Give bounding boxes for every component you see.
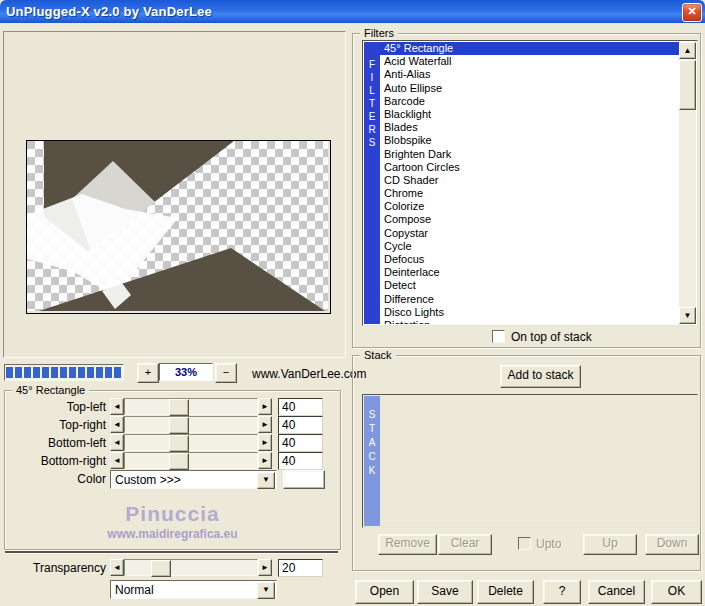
filter-item[interactable]: Acid Waterfall: [380, 55, 679, 68]
filter-item[interactable]: Compose: [380, 213, 679, 226]
color-dropdown[interactable]: Custom >>> ▼: [110, 470, 277, 489]
filter-item[interactable]: Detect: [380, 279, 679, 292]
color-dropdown-value: Custom >>>: [115, 473, 181, 487]
slider-left-arrow-icon[interactable]: ◄: [110, 416, 124, 433]
progress-segment: [114, 367, 121, 378]
corner-bottom-left-thumb[interactable]: [169, 435, 189, 452]
progress-segment: [33, 367, 40, 378]
filter-item[interactable]: 45° Rectangle: [380, 42, 679, 55]
corner-bottom-right-track[interactable]: [124, 452, 258, 469]
remove-button: Remove: [378, 534, 437, 555]
delete-button[interactable]: Delete: [477, 580, 534, 604]
close-button[interactable]: ✕: [682, 3, 702, 22]
corner-bottom-left-row: Bottom-left◄►40: [0, 434, 345, 452]
chevron-down-icon[interactable]: ▼: [257, 472, 275, 489]
filter-item[interactable]: Difference: [380, 293, 679, 306]
zoom-in-button[interactable]: +: [137, 363, 159, 383]
transparency-track[interactable]: [124, 559, 258, 576]
filter-item[interactable]: Deinterlace: [380, 266, 679, 279]
preview-image[interactable]: [26, 140, 331, 314]
ribbon-letter: F: [369, 58, 375, 71]
corner-top-left-track[interactable]: [124, 398, 258, 415]
cancel-button[interactable]: Cancel: [588, 580, 645, 604]
scroll-up-icon[interactable]: ▲: [679, 42, 696, 59]
down-button: Down: [645, 534, 699, 555]
chevron-down-icon[interactable]: ▼: [257, 582, 275, 599]
add-to-stack-button[interactable]: Add to stack: [500, 365, 581, 388]
filter-item[interactable]: Anti-Alias: [380, 68, 679, 81]
ribbon-letter: L: [369, 84, 375, 97]
filter-item[interactable]: Cycle: [380, 240, 679, 253]
scroll-down-icon[interactable]: ▼: [679, 307, 696, 324]
corner-top-left-thumb[interactable]: [169, 399, 189, 416]
filter-item[interactable]: Distortion: [380, 319, 679, 324]
transparency-slider[interactable]: ◄►: [110, 559, 272, 576]
progress-segment: [24, 367, 31, 378]
corner-top-left-label: Top-left: [0, 400, 106, 414]
slider-right-arrow-icon[interactable]: ►: [258, 434, 272, 451]
filter-item[interactable]: Colorize: [380, 200, 679, 213]
corner-bottom-right-slider[interactable]: ◄►: [110, 452, 272, 469]
corner-bottom-right-row: Bottom-right◄►40: [0, 452, 345, 470]
slider-right-arrow-icon[interactable]: ►: [258, 416, 272, 433]
up-button: Up: [583, 534, 637, 555]
corner-bottom-left-track[interactable]: [124, 434, 258, 451]
corner-top-right-slider[interactable]: ◄►: [110, 416, 272, 433]
separator-line: [5, 551, 338, 554]
corner-bottom-right-value-field[interactable]: 40: [278, 452, 323, 470]
open-button[interactable]: Open: [355, 580, 414, 604]
corner-top-right-value-field[interactable]: 40: [278, 416, 323, 434]
slider-left-arrow-icon[interactable]: ◄: [110, 559, 124, 576]
on-top-of-stack-checkbox[interactable]: [492, 330, 505, 343]
filter-item[interactable]: Blacklight: [380, 108, 679, 121]
corner-top-left-row: Top-left◄►40: [0, 398, 345, 416]
corner-top-right-thumb[interactable]: [169, 417, 189, 434]
filter-item[interactable]: Barcode: [380, 95, 679, 108]
transparency-value-field[interactable]: 20: [278, 559, 323, 577]
filters-scrollbar[interactable]: ▲ ▼: [679, 42, 696, 324]
help-button[interactable]: ?: [543, 580, 581, 604]
corner-bottom-left-slider[interactable]: ◄►: [110, 434, 272, 451]
filter-item[interactable]: Blades: [380, 121, 679, 134]
filter-item[interactable]: Cartoon Circles: [380, 161, 679, 174]
blend-mode-dropdown[interactable]: Normal ▼: [110, 580, 277, 599]
scrollbar-thumb[interactable]: [679, 60, 696, 110]
progress-segment: [69, 367, 76, 378]
ok-button[interactable]: OK: [651, 580, 702, 604]
filter-item[interactable]: Blobspike: [380, 134, 679, 147]
filter-item[interactable]: Disco Lights: [380, 306, 679, 319]
title-bar[interactable]: UnPlugged-X v2.0 by VanDerLee ✕: [0, 0, 705, 23]
corner-bottom-left-label: Bottom-left: [0, 436, 106, 450]
slider-right-arrow-icon[interactable]: ►: [258, 398, 272, 415]
slider-right-arrow-icon[interactable]: ►: [258, 559, 272, 576]
filters-group-title: Filters: [360, 27, 398, 39]
filter-item[interactable]: Defocus: [380, 253, 679, 266]
slider-left-arrow-icon[interactable]: ◄: [110, 434, 124, 451]
corner-top-left-slider[interactable]: ◄►: [110, 398, 272, 415]
slider-left-arrow-icon[interactable]: ◄: [110, 398, 124, 415]
filter-item[interactable]: CD Shader: [380, 174, 679, 187]
corner-bottom-left-value-field[interactable]: 40: [278, 434, 323, 452]
stack-group-title: Stack: [360, 349, 396, 361]
slider-right-arrow-icon[interactable]: ►: [258, 452, 272, 469]
save-button[interactable]: Save: [417, 580, 473, 604]
progress-segment: [6, 367, 13, 378]
corner-top-right-label: Top-right: [0, 418, 106, 432]
ribbon-letter: R: [368, 123, 375, 136]
ribbon-letter: C: [368, 450, 375, 464]
filters-items: 45° RectangleAcid WaterfallAnti-AliasAut…: [380, 42, 679, 324]
zoom-percent-field[interactable]: 33%: [159, 363, 213, 381]
transparency-label: Transparency: [0, 561, 106, 575]
filter-item[interactable]: Auto Ellipse: [380, 82, 679, 95]
color-swatch[interactable]: [283, 470, 325, 489]
corner-top-left-value-field[interactable]: 40: [278, 398, 323, 416]
zoom-out-button[interactable]: −: [215, 363, 237, 383]
upto-checkbox: [518, 537, 531, 550]
corner-top-right-track[interactable]: [124, 416, 258, 433]
filter-item[interactable]: Brighten Dark: [380, 148, 679, 161]
filter-item[interactable]: Copystar: [380, 227, 679, 240]
transparency-thumb[interactable]: [151, 560, 171, 577]
slider-left-arrow-icon[interactable]: ◄: [110, 452, 124, 469]
filter-item[interactable]: Chrome: [380, 187, 679, 200]
corner-bottom-right-thumb[interactable]: [169, 453, 189, 470]
